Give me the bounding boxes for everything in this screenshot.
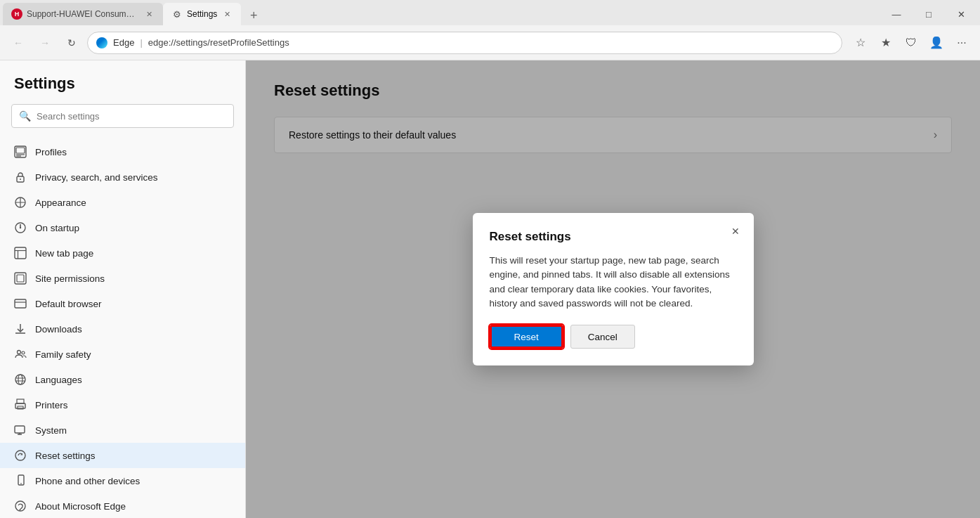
modal-title: Reset settings [490, 230, 737, 244]
phone-devices-icon [14, 474, 27, 487]
sidebar-item-languages[interactable]: Languages [0, 367, 245, 392]
sidebar-item-family-safety[interactable]: Family safety [0, 342, 245, 367]
collections-icon[interactable]: 🛡 [900, 32, 922, 54]
site-permissions-icon [14, 272, 27, 285]
search-icon: 🔍 [19, 110, 31, 122]
modal-close-button[interactable]: ✕ [726, 221, 745, 241]
sidebar-item-about-edge-label: About Microsoft Edge [35, 501, 126, 512]
sidebar-item-about-edge[interactable]: About Microsoft Edge [0, 493, 245, 518]
svg-point-19 [18, 351, 21, 354]
svg-point-35 [20, 510, 21, 511]
sidebar-item-reset-settings-label: Reset settings [35, 451, 96, 461]
edge-label: Edge [113, 37, 134, 48]
sidebar-item-privacy[interactable]: Privacy, search, and services [0, 164, 245, 190]
sidebar-item-phone-devices[interactable]: Phone and other devices [0, 468, 245, 493]
default-browser-icon [14, 297, 27, 310]
family-safety-icon [14, 348, 27, 361]
sidebar-item-downloads[interactable]: Downloads [0, 316, 245, 342]
privacy-icon [14, 171, 27, 183]
svg-point-22 [18, 375, 22, 384]
sidebar-item-new-tab-page-label: New tab page [35, 248, 93, 259]
svg-point-21 [15, 375, 25, 384]
svg-point-31 [15, 451, 25, 460]
sidebar: Settings 🔍 Profiles Privacy, search, and… [0, 60, 246, 518]
svg-point-5 [20, 179, 21, 180]
on-startup-icon [14, 221, 27, 234]
sidebar-item-languages-label: Languages [35, 375, 82, 385]
sidebar-item-profiles[interactable]: Profiles [0, 139, 245, 164]
svg-rect-25 [17, 399, 24, 403]
toolbar-icons: ☆ ★ 🛡 👤 ··· [849, 32, 973, 54]
modal-body: This will reset your startup page, new t… [490, 254, 737, 311]
svg-rect-15 [15, 299, 26, 308]
search-box[interactable]: 🔍 [11, 104, 234, 128]
sidebar-item-appearance[interactable]: Appearance [0, 190, 245, 215]
tab-settings-label: Settings [187, 9, 217, 19]
close-button[interactable]: ✕ [945, 3, 977, 25]
modal-overlay: ✕ Reset settings This will reset your st… [246, 60, 980, 518]
back-button[interactable]: ← [7, 32, 30, 54]
tab-settings-close[interactable]: ✕ [221, 8, 233, 20]
svg-rect-14 [17, 275, 24, 282]
new-tab-button[interactable]: + [244, 6, 263, 25]
maximize-button[interactable]: □ [913, 3, 945, 25]
reset-confirm-button[interactable]: Reset [490, 325, 563, 349]
sidebar-item-on-startup-label: On startup [35, 223, 79, 233]
about-edge-icon [14, 500, 27, 512]
settings-favicon-icon: ⚙ [171, 8, 183, 20]
svg-rect-1 [16, 148, 25, 153]
sidebar-item-site-permissions[interactable]: Site permissions [0, 266, 245, 291]
content-area: Reset settings Restore settings to their… [246, 60, 980, 518]
reset-settings-modal: ✕ Reset settings This will reset your st… [473, 213, 754, 365]
svg-rect-10 [15, 247, 26, 259]
profiles-icon [14, 145, 27, 158]
profile-icon[interactable]: 👤 [925, 32, 948, 54]
sidebar-item-family-safety-label: Family safety [35, 349, 91, 360]
url-separator: | [140, 37, 142, 48]
edge-logo-icon [96, 37, 107, 48]
printers-icon [14, 399, 27, 411]
svg-point-20 [22, 351, 25, 354]
favorites-bar-icon[interactable]: ★ [875, 32, 897, 54]
tab-huawei-label: Support-HUAWEI Consumer Off... [27, 9, 139, 19]
new-tab-page-icon [14, 247, 27, 259]
sidebar-item-appearance-label: Appearance [35, 198, 86, 208]
system-icon [14, 424, 27, 436]
sidebar-item-reset-settings[interactable]: Reset settings [0, 443, 245, 468]
more-icon[interactable]: ··· [950, 32, 973, 54]
appearance-icon [14, 196, 27, 209]
favorites-icon[interactable]: ☆ [849, 32, 872, 54]
svg-rect-28 [15, 426, 25, 433]
sidebar-item-profiles-label: Profiles [35, 147, 67, 157]
sidebar-title: Settings [0, 75, 245, 104]
tab-bar: H Support-HUAWEI Consumer Off... ✕ ⚙ Set… [0, 0, 980, 25]
url-text: edge://settings/resetProfileSettings [148, 37, 289, 48]
tab-huawei-close[interactable]: ✕ [143, 8, 155, 20]
url-bar[interactable]: Edge | edge://settings/resetProfileSetti… [87, 32, 842, 54]
sidebar-item-new-tab-page[interactable]: New tab page [0, 240, 245, 266]
sidebar-item-downloads-label: Downloads [35, 324, 82, 335]
sidebar-item-site-permissions-label: Site permissions [35, 273, 105, 284]
sidebar-item-privacy-label: Privacy, search, and services [35, 172, 158, 183]
languages-icon [14, 373, 27, 386]
reload-button[interactable]: ↻ [60, 32, 83, 54]
window-controls: — □ ✕ [880, 3, 977, 25]
search-input[interactable] [37, 111, 226, 122]
sidebar-item-default-browser[interactable]: Default browser [0, 291, 245, 316]
sidebar-item-on-startup[interactable]: On startup [0, 215, 245, 240]
tab-huawei[interactable]: H Support-HUAWEI Consumer Off... ✕ [3, 3, 163, 25]
minimize-button[interactable]: — [880, 3, 913, 25]
downloads-icon [14, 323, 27, 335]
cancel-button[interactable]: Cancel [570, 325, 635, 349]
reset-settings-icon [14, 449, 27, 462]
sidebar-item-phone-devices-label: Phone and other devices [35, 476, 140, 486]
sidebar-item-default-browser-label: Default browser [35, 299, 102, 309]
svg-point-9 [20, 227, 21, 228]
forward-button[interactable]: → [34, 32, 56, 54]
sidebar-item-system[interactable]: System [0, 417, 245, 443]
modal-actions: Reset Cancel [490, 325, 737, 349]
sidebar-item-printers[interactable]: Printers [0, 392, 245, 417]
main-layout: Settings 🔍 Profiles Privacy, search, and… [0, 60, 980, 518]
huawei-favicon-icon: H [11, 8, 22, 20]
tab-settings[interactable]: ⚙ Settings ✕ [163, 3, 241, 25]
